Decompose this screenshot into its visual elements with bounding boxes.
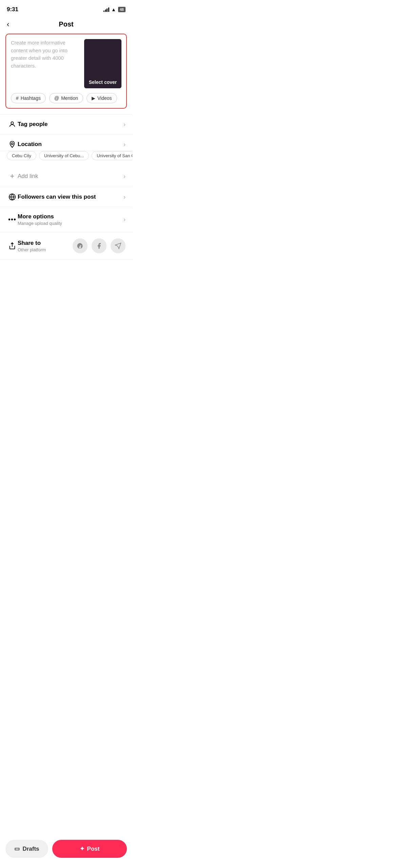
hashtags-button[interactable]: # Hashtags [11, 93, 46, 103]
mention-button[interactable]: @ Mention [49, 93, 83, 103]
wifi-icon: ▲ [111, 7, 116, 12]
share-to-title: Share to [18, 240, 73, 247]
location-chevron-icon: › [123, 141, 126, 148]
more-dots-icon: ••• [7, 216, 18, 223]
cover-thumbnail[interactable]: Select cover [84, 39, 121, 88]
caption-placeholder: Create more informative content when you… [11, 39, 80, 70]
tag-people-content: Tag people [18, 121, 123, 128]
followers-title: Followers can view this post [18, 194, 123, 200]
share-to-item[interactable]: Share to Other platform [0, 232, 132, 260]
telegram-icon[interactable] [111, 238, 126, 253]
status-time: 9:31 [7, 6, 18, 13]
videos-button[interactable]: ▶ Videos [87, 93, 117, 103]
at-icon: @ [54, 95, 59, 101]
location-chip-cebu-city[interactable]: Cebu City [7, 151, 36, 160]
share-to-subtitle: Other platform [18, 247, 73, 252]
share-icon [7, 242, 18, 250]
globe-icon [7, 193, 18, 201]
settings-list: Tag people › Location › Cebu City Univer… [0, 114, 132, 260]
tag-people-title: Tag people [18, 121, 123, 128]
add-link-content: Add link [18, 173, 123, 180]
followers-visibility-item[interactable]: Followers can view this post › [0, 187, 132, 207]
person-icon [7, 121, 18, 128]
content-input-box[interactable]: Create more informative content when you… [5, 34, 127, 109]
add-link-chevron-icon: › [123, 173, 126, 180]
tag-buttons-row: # Hashtags @ Mention ▶ Videos [11, 93, 121, 103]
location-chip-univ-san-c[interactable]: University of San C... [92, 151, 132, 160]
add-link-title: Add link [18, 173, 123, 180]
status-bar: 9:31 ▲ 48 [0, 0, 132, 17]
more-options-chevron-icon: › [123, 216, 126, 223]
header: ‹ Post [0, 17, 132, 32]
facebook-icon[interactable] [92, 238, 107, 253]
more-options-item[interactable]: ••• More options Manage upload quality › [0, 207, 132, 232]
share-platform-icons [73, 238, 126, 253]
location-title: Location [18, 141, 123, 148]
chevron-right-icon: › [123, 121, 126, 128]
share-to-content: Share to Other platform [18, 240, 73, 252]
svg-point-1 [11, 143, 13, 145]
location-content: Location [18, 141, 123, 148]
followers-chevron-icon: › [123, 194, 126, 201]
battery-icon: 48 [118, 7, 126, 12]
more-options-title: More options [18, 213, 123, 220]
location-pin-icon [7, 141, 18, 148]
location-item[interactable]: Location › [0, 134, 132, 151]
select-cover-label: Select cover [89, 79, 117, 85]
page-title: Post [59, 20, 73, 28]
location-chip-univ-cebu[interactable]: University of Cebu... [39, 151, 89, 160]
more-options-subtitle: Manage upload quality [18, 221, 123, 226]
signal-icon [103, 7, 109, 12]
svg-point-0 [11, 122, 13, 124]
more-options-content: More options Manage upload quality [18, 213, 123, 226]
location-chips-row: Cebu City University of Cebu... Universi… [0, 151, 132, 166]
status-icons: ▲ 48 [103, 7, 126, 12]
tag-people-item[interactable]: Tag people › [0, 114, 132, 134]
followers-content: Followers can view this post [18, 194, 123, 200]
back-button[interactable]: ‹ [7, 20, 9, 29]
add-link-item[interactable]: + Add link › [0, 166, 132, 187]
play-icon: ▶ [92, 95, 95, 101]
messenger-icon[interactable] [73, 238, 88, 253]
plus-icon: + [7, 172, 18, 181]
hashtag-icon: # [16, 95, 19, 101]
